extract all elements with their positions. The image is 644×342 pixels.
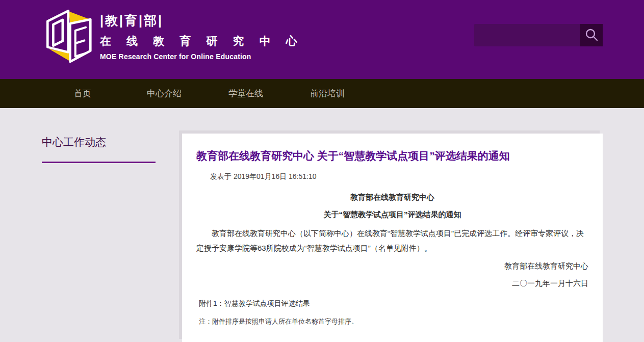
article-paragraph: 教育部在线教育研究中心（以下简称中心）在线教育“智慧教学试点项目”已完成评选工作… bbox=[196, 226, 588, 255]
logo-text-block: |教|育|部| 在 线 教 育 研 究 中 心 MOE Research Cen… bbox=[100, 4, 303, 61]
search-icon bbox=[584, 28, 599, 42]
page-content: 中心工作动态 教育部在线教育研究中心 关于“智慧教学试点项目”评选结果的通知 发… bbox=[0, 108, 644, 342]
site-header: |教|育|部| 在 线 教 育 研 究 中 心 MOE Research Cen… bbox=[0, 0, 644, 79]
oe-cube-icon bbox=[43, 4, 92, 70]
article-signature: 教育部在线教育研究中心 bbox=[196, 261, 588, 271]
nav-item-center-intro[interactable]: 中心介绍 bbox=[123, 88, 205, 99]
logo-line-moe: |教|育|部| bbox=[100, 12, 303, 29]
sidebar: 中心工作动态 bbox=[42, 135, 156, 163]
article-signature-date: 二〇一九年一月十六日 bbox=[196, 279, 588, 288]
logo-line-center-name: 在 线 教 育 研 究 中 心 bbox=[100, 34, 303, 49]
nav-item-home[interactable]: 首页 bbox=[42, 88, 123, 99]
article-card: 教育部在线教育研究中心 关于“智慧教学试点项目”评选结果的通知 发表于 2019… bbox=[182, 134, 603, 342]
sidebar-title-underline bbox=[42, 162, 156, 163]
article-heading-org: 教育部在线教育研究中心 bbox=[196, 193, 588, 202]
logo-line-english: MOE Research Center for Online Education bbox=[100, 52, 303, 61]
search-button[interactable] bbox=[580, 24, 603, 46]
article-note: 注：附件排序是按照申请人所在单位名称首字母排序。 bbox=[199, 317, 588, 326]
attachment-link[interactable]: 附件1：智慧教学试点项目评选结果 bbox=[199, 299, 588, 308]
main-nav: 首页 中心介绍 学堂在线 前沿培训 bbox=[0, 79, 644, 108]
article-title: 教育部在线教育研究中心 关于“智慧教学试点项目”评选结果的通知 bbox=[196, 149, 588, 163]
site-logo[interactable]: |教|育|部| 在 线 教 育 研 究 中 心 MOE Research Cen… bbox=[43, 4, 303, 70]
article-heading-subject: 关于“智慧教学试点项目”评选结果的通知 bbox=[196, 210, 588, 220]
nav-item-xuetang-online[interactable]: 学堂在线 bbox=[205, 88, 287, 99]
search-bar bbox=[474, 24, 603, 46]
search-input[interactable] bbox=[474, 24, 580, 46]
sidebar-section-title: 中心工作动态 bbox=[42, 135, 156, 149]
article-publish-date: 发表于 2019年01月16日 16:51:10 bbox=[210, 172, 588, 181]
nav-item-frontier-training[interactable]: 前沿培训 bbox=[287, 88, 368, 99]
